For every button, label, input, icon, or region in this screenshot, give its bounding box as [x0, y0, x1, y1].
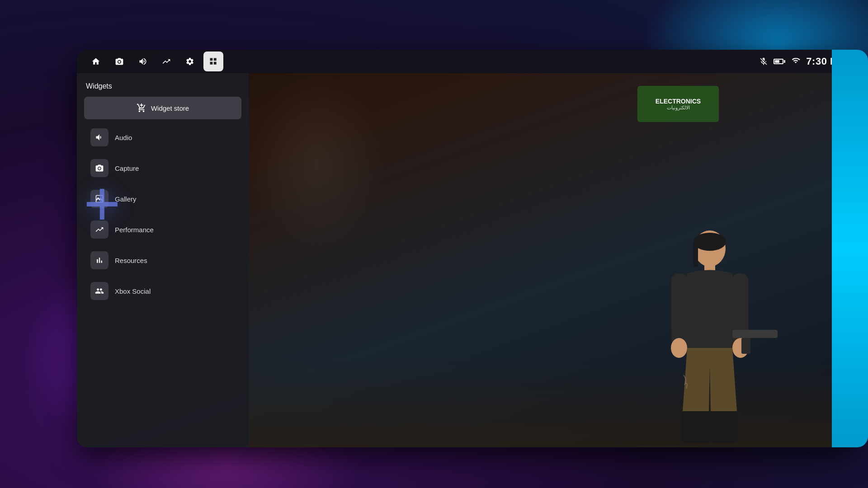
grid-icon	[209, 57, 218, 66]
taskbar-nav	[86, 52, 223, 71]
nav-audio[interactable]	[133, 52, 153, 71]
svg-rect-9	[710, 411, 738, 443]
resources-menu-icon	[95, 256, 104, 265]
svg-rect-8	[682, 411, 710, 443]
nav-camera[interactable]	[109, 52, 129, 71]
nav-widgets[interactable]	[203, 52, 223, 71]
menu-item-xbox-social[interactable]: Xbox Social	[84, 277, 241, 305]
widget-store-label: Widget store	[151, 104, 189, 112]
widgets-title: Widgets	[84, 82, 241, 90]
svg-point-1	[693, 233, 726, 251]
xbox-social-menu-icon	[95, 286, 104, 296]
nav-performance[interactable]	[156, 52, 176, 71]
gear-icon	[185, 57, 194, 66]
menu-item-resources[interactable]: Resources	[84, 246, 241, 275]
battery-icon	[774, 59, 785, 64]
character-svg	[624, 221, 796, 447]
xbox-social-label: Xbox Social	[115, 287, 151, 295]
svg-rect-4	[671, 273, 687, 346]
svg-rect-11	[741, 338, 750, 354]
wifi-symbol	[791, 56, 801, 65]
chart-icon	[162, 57, 171, 66]
plus-decoration: +	[84, 172, 121, 235]
xbox-social-icon-box	[90, 282, 108, 300]
audio-label: Audio	[115, 134, 132, 141]
mic-muted-icon	[759, 57, 768, 66]
camera-icon	[115, 57, 124, 66]
svg-rect-2	[693, 239, 698, 267]
right-panel	[832, 50, 868, 447]
resources-label: Resources	[115, 257, 147, 264]
audio-menu-icon	[95, 133, 104, 142]
svg-point-6	[671, 338, 687, 358]
nav-settings[interactable]	[180, 52, 200, 71]
microphone-icon	[759, 57, 768, 66]
device-frame: ELECTRONICS الالكترونيات	[77, 50, 854, 447]
speaker-icon	[138, 57, 147, 66]
audio-icon-box	[90, 128, 108, 146]
resources-icon-box	[90, 251, 108, 269]
home-icon	[91, 57, 100, 66]
taskbar: 7:30 PM	[77, 50, 854, 73]
svg-rect-10	[732, 330, 778, 338]
nav-home[interactable]	[86, 52, 106, 71]
widget-store-button[interactable]: Widget store	[84, 97, 241, 119]
menu-item-audio[interactable]: Audio	[84, 123, 241, 152]
widgets-panel: Widgets Widget store Audio Cap	[77, 73, 249, 447]
wifi-icon	[791, 56, 801, 66]
store-icon	[137, 103, 146, 113]
